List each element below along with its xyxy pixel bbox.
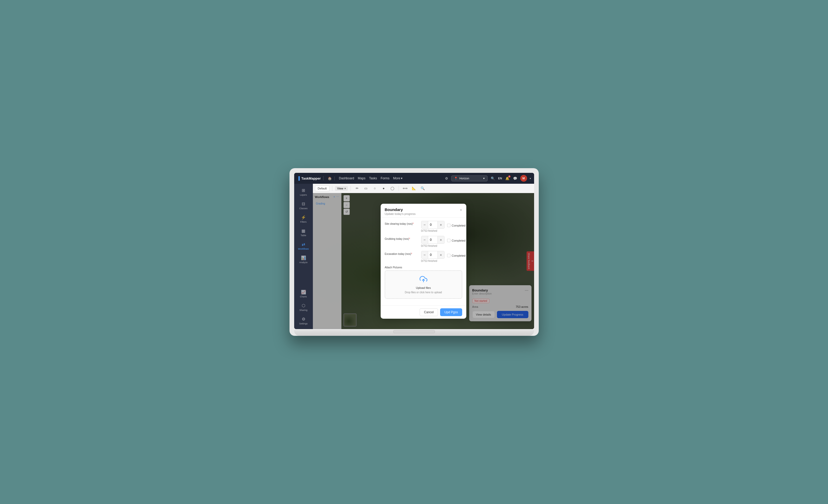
- sidebar-item-settings[interactable]: ⚙ Settings: [296, 314, 311, 327]
- sidebar-item-table[interactable]: ▦ Table: [296, 226, 311, 239]
- excavation-checkbox[interactable]: [447, 254, 451, 257]
- attach-pictures-field: Attach Pictures: [385, 266, 462, 299]
- modal-cancel-button[interactable]: Cancel: [420, 308, 438, 316]
- circle-icon[interactable]: ○: [371, 185, 378, 192]
- filters-icon: ⚡: [301, 215, 306, 220]
- chevron-down-icon: ▾: [401, 176, 403, 180]
- brand: ▐ TaskMapper: [297, 176, 324, 180]
- nav-maps[interactable]: Maps: [358, 176, 365, 180]
- grubbing-controls: − + Completed: [421, 236, 465, 247]
- content-area: Default View × ✏ ▭ ○ ● ◯ ⟺ 📐 🔍: [313, 184, 534, 329]
- excavation-hint: 0/753 finished: [421, 259, 465, 262]
- excavation-controls: − + Completed: [421, 251, 465, 262]
- modal-title: Boundary: [385, 207, 416, 212]
- analyze-icon: 📊: [301, 255, 306, 260]
- draw-icon[interactable]: ✏: [354, 185, 361, 192]
- brand-icon: ▐: [297, 176, 300, 180]
- excavation-increment[interactable]: +: [438, 251, 444, 258]
- classes-icon: ⊟: [302, 201, 305, 206]
- nav-forms[interactable]: Forms: [381, 176, 389, 180]
- modal-footer: Cancel Upd Pgss: [381, 305, 466, 319]
- upload-title: Upload files: [416, 286, 431, 289]
- sidebar: ⊞ Layers ⊟ Classes ⚡ Filters ▦ Table ⇄: [294, 184, 313, 329]
- language-selector[interactable]: EN: [498, 177, 502, 180]
- modal-overlay: Boundary Update today's progress × Site …: [313, 193, 534, 329]
- settings-icon[interactable]: ⚙: [445, 176, 449, 181]
- nav-links: Dashboard Maps Tasks Forms More ▾: [339, 176, 440, 180]
- notification-badge: 6: [508, 175, 510, 177]
- grubbing-field: Grubbing today (nos)* − +: [385, 236, 462, 247]
- rectangle-icon[interactable]: ▭: [362, 185, 369, 192]
- tab-default[interactable]: Default: [315, 185, 330, 191]
- notification-button[interactable]: 🔔 6: [505, 176, 510, 181]
- laptop-trackpad: [394, 330, 435, 333]
- site-clearing-input[interactable]: [428, 221, 438, 228]
- map-toolbar: Default View × ✏ ▭ ○ ● ◯ ⟺ 📐 🔍: [313, 184, 534, 193]
- map-area[interactable]: Workflows + ⋯ Grading + − ↺: [313, 193, 534, 329]
- toolbar-separator: [332, 186, 332, 191]
- sidebar-item-analyze[interactable]: 📊 Analyze: [296, 253, 311, 266]
- excavation-decrement[interactable]: −: [421, 251, 428, 258]
- grubbing-completed-label: Completed: [452, 239, 465, 242]
- user-avatar[interactable]: M: [520, 175, 527, 182]
- site-clearing-increment[interactable]: +: [438, 221, 444, 228]
- excavation-field: Excavation today (nos)* − +: [385, 251, 462, 262]
- modal-close-button[interactable]: ×: [460, 208, 462, 212]
- site-clearing-decrement[interactable]: −: [421, 221, 428, 228]
- excavation-input-group: − +: [421, 251, 445, 259]
- nav-more[interactable]: More ▾: [393, 176, 403, 180]
- table-icon: ▦: [301, 228, 305, 233]
- sidebar-item-sharing[interactable]: ⬡ Sharing: [296, 301, 311, 313]
- view-close-button[interactable]: View ×: [335, 186, 348, 191]
- attach-label: Attach Pictures: [385, 266, 462, 269]
- excavation-completed: Completed: [447, 252, 465, 257]
- upload-area[interactable]: Upload files Drop files or click here to…: [385, 270, 462, 299]
- settings-icon: ⚙: [302, 317, 305, 322]
- laptop-frame: ▐ TaskMapper 🏠 Dashboard Maps Tasks Form…: [290, 168, 539, 336]
- sidebar-item-layers[interactable]: ⊞ Layers: [296, 186, 311, 198]
- messages-icon[interactable]: 💬: [512, 176, 518, 181]
- close-icon: ×: [344, 187, 346, 190]
- sidebar-item-filters[interactable]: ⚡ Filters: [296, 213, 311, 225]
- location-search[interactable]: 📍 Horizon ▾: [451, 175, 488, 181]
- toolbar-separator-3: [399, 186, 399, 191]
- grubbing-increment[interactable]: +: [438, 236, 444, 244]
- grubbing-checkbox[interactable]: [447, 239, 451, 242]
- nav-tasks[interactable]: Tasks: [369, 176, 377, 180]
- excavation-label: Excavation today (nos)*: [385, 251, 419, 255]
- site-clearing-controls: − + Completed: [421, 221, 465, 232]
- point-icon[interactable]: ●: [380, 185, 387, 192]
- modal-update-button[interactable]: Upd Pgss: [440, 308, 462, 316]
- upload-icon: [420, 276, 427, 285]
- location-icon: 📍: [454, 177, 458, 180]
- chevron-down-icon: ▾: [483, 177, 485, 180]
- laptop-bottom: [294, 330, 534, 336]
- nav-dashboard[interactable]: Dashboard: [339, 176, 354, 180]
- map-search-icon[interactable]: 🔍: [419, 185, 426, 192]
- site-clearing-input-group: − +: [421, 221, 445, 228]
- modal-subtitle: Update today's progress: [385, 212, 416, 215]
- screen: ▐ TaskMapper 🏠 Dashboard Maps Tasks Form…: [294, 173, 534, 329]
- grubbing-input[interactable]: [428, 236, 438, 244]
- top-nav: ▐ TaskMapper 🏠 Dashboard Maps Tasks Form…: [294, 173, 534, 184]
- chevron-down-icon: ▾: [530, 177, 531, 180]
- site-clearing-completed: Completed: [447, 222, 465, 227]
- workflows-icon: ⇄: [302, 242, 305, 247]
- sidebar-item-charts[interactable]: 📈 Charts: [296, 288, 311, 300]
- sharing-icon: ⬡: [302, 303, 305, 308]
- main-layout: ⊞ Layers ⊟ Classes ⚡ Filters ▦ Table ⇄: [294, 184, 534, 329]
- grubbing-decrement[interactable]: −: [421, 236, 428, 244]
- search-icon[interactable]: 🔍: [490, 176, 495, 181]
- home-icon[interactable]: 🏠: [328, 176, 335, 180]
- grubbing-hint: 0/753 finished: [421, 245, 465, 247]
- site-clearing-checkbox[interactable]: [447, 224, 451, 227]
- site-clearing-completed-label: Completed: [452, 224, 465, 227]
- modal-header: Boundary Update today's progress ×: [381, 204, 466, 218]
- sidebar-item-classes[interactable]: ⊟ Classes: [296, 199, 311, 212]
- move-icon[interactable]: ⟺: [402, 185, 409, 192]
- excavation-input[interactable]: [428, 251, 438, 258]
- grubbing-completed: Completed: [447, 237, 465, 242]
- sidebar-item-workflows[interactable]: ⇄ Workflows: [296, 240, 311, 252]
- ellipse-icon[interactable]: ◯: [389, 185, 396, 192]
- measure-icon[interactable]: 📐: [410, 185, 417, 192]
